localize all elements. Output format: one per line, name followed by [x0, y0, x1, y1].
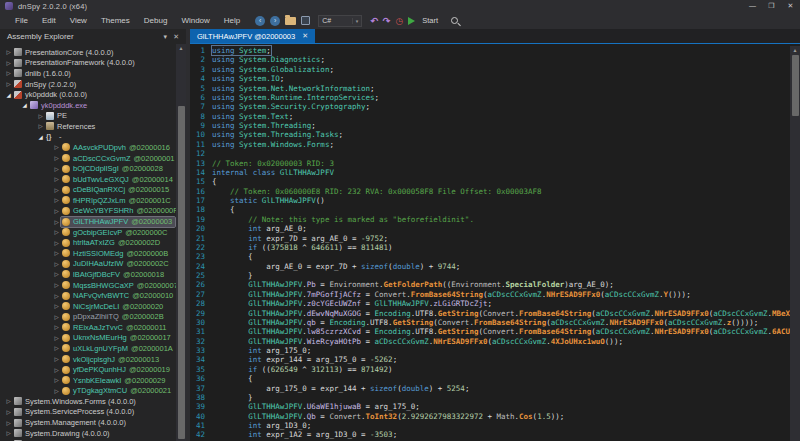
code-line-24[interactable]: 24 arg_AE_0 = expr_7D + sizeof(double) +…: [190, 262, 800, 271]
expand-icon[interactable]: ▷: [4, 430, 13, 436]
expand-icon[interactable]: ▷: [52, 261, 61, 267]
tree-item-bUdTwvLeGXQJ[interactable]: ▷bUdTwvLeGXQJ@02000014: [0, 174, 176, 185]
expand-icon[interactable]: ▷: [52, 240, 61, 246]
menu-edit[interactable]: Edit: [35, 12, 63, 29]
tree-item-yfDePKQunhHJ[interactable]: ▷yfDePKQunhHJ@02000019: [0, 364, 176, 375]
tree-item-AAsvckPUDpvh[interactable]: ▷AAsvckPUDpvh@02000016: [0, 142, 176, 153]
code-line-28[interactable]: 28 GlLTHHAwJPFV.z0cYGEcUWZnf = GlLTHHAwJ…: [190, 299, 800, 308]
expand-icon[interactable]: ▷: [52, 345, 61, 351]
code-line-14[interactable]: 14internal class GlLTHHAwJPFV: [190, 168, 800, 177]
tree-item-aCDscCCxGvmZ[interactable]: ▷aCDscCCxGvmZ@02000001: [0, 153, 176, 164]
tree-item-GeWcYBYFSHRh[interactable]: ▷GeWcYBYFSHRh@0200000F: [0, 206, 176, 217]
sidebar-scrollbar[interactable]: ▲: [176, 44, 186, 441]
code-line-8[interactable]: 8using System.Text;: [190, 112, 800, 121]
tree-item-MqssBHWGCaXP[interactable]: ▷MqssBHWGCaXP@02000007: [0, 280, 176, 291]
tree-item-cDeBIQanRXCj[interactable]: ▷cDeBIQanRXCj@02000015: [0, 185, 176, 196]
expand-icon[interactable]: ▷: [52, 229, 61, 235]
editor-scrollbar[interactable]: ▲: [790, 46, 800, 441]
code-line-35[interactable]: 35 if ((626549 ^ 312113) == 871492): [190, 365, 800, 374]
code-line-1[interactable]: 1using System;: [190, 46, 800, 55]
code-line-9[interactable]: 9using System.Threading;: [190, 121, 800, 130]
menu-help[interactable]: Help: [217, 12, 247, 29]
expand-icon[interactable]: ▷: [52, 219, 61, 225]
language-select[interactable]: C# ▾: [318, 15, 362, 27]
tree-item-lBAtGjfDBcFV[interactable]: ▷lBAtGjfDBcFV@02000018: [0, 269, 176, 280]
tree-item-yk0pdddk (0.0.0.0)[interactable]: ◢yk0pdddk (0.0.0.0): [0, 89, 176, 100]
code-line-2[interactable]: 2using System.Diagnostics;: [190, 55, 800, 64]
tree-item-UknxNsMEurHg[interactable]: ▷UknxNsMEurHg@02000017: [0, 333, 176, 344]
code-line-3[interactable]: 3using System.Globalization;: [190, 65, 800, 74]
tree-item-YsnbKEleawkI[interactable]: ▷YsnbKEleawkI@02000029: [0, 375, 176, 386]
expand-icon[interactable]: ▷: [52, 303, 61, 309]
tab-gllthhawjpfv[interactable]: GlLTHHAwJPFV @02000003 ✕: [190, 29, 315, 43]
expand-icon[interactable]: ▷: [4, 49, 13, 55]
code-line-20[interactable]: 20 int arg_AE_0;: [190, 224, 800, 233]
code-line-40[interactable]: 40 GlLTHHAwJPFV.Qb = Convert.ToInt32(2.9…: [190, 412, 800, 421]
tree-item-NiCsjrMcDeLI[interactable]: ▷NiCsjrMcDeLI@02000020: [0, 301, 176, 312]
redo-icon[interactable]: ↷: [383, 16, 391, 26]
tree-item-yk0pdddk.exe[interactable]: ◢yk0pdddk.exe: [0, 100, 176, 111]
tree-item-htrltaATxIZG[interactable]: ▷htrltaATxIZG@0200002D: [0, 237, 176, 248]
expand-icon[interactable]: ▷: [52, 335, 61, 341]
tree-item-References[interactable]: ▷References: [0, 121, 176, 132]
tree-item-bOjCDdplISgI[interactable]: ▷bOjCDdplISgI@02000028: [0, 163, 176, 174]
code-line-10[interactable]: 10using System.Threading.Tasks;: [190, 130, 800, 139]
expand-icon[interactable]: ▷: [52, 388, 61, 394]
undo-icon[interactable]: ↶: [370, 16, 378, 26]
expand-icon[interactable]: ▷: [4, 70, 13, 76]
sidebar-scroll-thumb[interactable]: [178, 106, 185, 439]
full-screen-icon[interactable]: [301, 16, 310, 25]
code-line-21[interactable]: 21 int expr_7D = arg_AE_0 = -9752;: [190, 234, 800, 243]
code-line-17[interactable]: 17 static GlLTHHAwJPFV(): [190, 196, 800, 205]
tree-item-NAFvQvfvBWTC[interactable]: ▷NAFvQvfvBWTC@02000010: [0, 290, 176, 301]
code-line-7[interactable]: 7using System.Security.Cryptography;: [190, 102, 800, 111]
menu-window[interactable]: Window: [174, 12, 216, 29]
code-line-22[interactable]: 22 if ((375818 ^ 646611) == 811481): [190, 243, 800, 252]
expand-icon[interactable]: ▷: [52, 208, 61, 214]
tree-item-uXLkLgnUYFpM[interactable]: ▷uXLkLgnUYFpM@0200001A: [0, 343, 176, 354]
expand-icon[interactable]: ▷: [52, 176, 61, 182]
code-line-26[interactable]: 26 GlLTHHAwJPFV.Pb = Environment.GetFold…: [190, 280, 800, 289]
open-folder-icon[interactable]: [285, 17, 296, 25]
code-line-27[interactable]: 27 GlLTHHAwJPFV.7mPGofIjACfz = Convert.F…: [190, 290, 800, 299]
expand-icon[interactable]: ▷: [4, 60, 13, 66]
scroll-up-icon[interactable]: ▲: [790, 46, 800, 54]
code-line-4[interactable]: 4using System.IO;: [190, 74, 800, 83]
code-line-16[interactable]: 16 // Token: 0x060000E8 RID: 232 RVA: 0x…: [190, 187, 800, 196]
code-line-13[interactable]: 13// Token: 0x02000003 RID: 3: [190, 159, 800, 168]
tree-item-yTDgkagXtmCU[interactable]: ▷yTDgkagXtmCU@02000021: [0, 386, 176, 397]
code-line-37[interactable]: 37 arg_175_0 = expr_144 + sizeof(double)…: [190, 384, 800, 393]
expand-icon[interactable]: ▷: [4, 409, 13, 415]
scroll-up-icon[interactable]: ▲: [176, 44, 186, 52]
tree-item-gOcbipGEIcvP[interactable]: ▷gOcbipGEIcvP@0200000C: [0, 227, 176, 238]
tree-item-HztiSSIOMEdg[interactable]: ▷HztiSSIOMEdg@0200000B: [0, 248, 176, 259]
expand-icon[interactable]: ▷: [52, 187, 61, 193]
code-line-25[interactable]: 25 }: [190, 271, 800, 280]
tree-item-pDpxaZlhiiTQ[interactable]: ▷pDpxaZlhiiTQ@0200002B: [0, 311, 176, 322]
tab-close-icon[interactable]: ✕: [302, 32, 308, 40]
tree-item-PresentationFramework (4.0.0.0)[interactable]: ▷PresentationFramework (4.0.0.0): [0, 58, 176, 69]
tree-item-vkOljcplsghJ[interactable]: ▷vkOljcplsghJ@02000013: [0, 354, 176, 365]
code-line-15[interactable]: 15{: [190, 177, 800, 186]
expand-icon[interactable]: ▷: [36, 113, 45, 119]
editor-scroll-thumb[interactable]: [792, 55, 799, 116]
tree-item-dnlib (1.6.0.0)[interactable]: ▷dnlib (1.6.0.0): [0, 68, 176, 79]
code-line-36[interactable]: 36 {: [190, 374, 800, 383]
code-line-33[interactable]: 33 int arg_175_0;: [190, 346, 800, 355]
expand-icon[interactable]: ▷: [52, 293, 61, 299]
tree-item--[interactable]: ◢{}-: [0, 132, 176, 143]
expand-icon[interactable]: ▷: [52, 282, 61, 288]
code-line-5[interactable]: 5using System.Net.NetworkInformation;: [190, 84, 800, 93]
tree-item-fHPRIpQZJxLm[interactable]: ▷fHPRIpQZJxLm@0200001C: [0, 195, 176, 206]
expand-icon[interactable]: ▷: [52, 367, 61, 373]
expand-icon[interactable]: ▷: [36, 123, 45, 129]
collapse-icon[interactable]: ◢: [20, 102, 29, 108]
tree-item-System.ServiceProcess (4.0.0.0)[interactable]: ▷System.ServiceProcess (4.0.0.0): [0, 407, 176, 418]
start-debug-icon[interactable]: [408, 17, 415, 25]
history-clock-icon[interactable]: ◷: [395, 16, 403, 26]
start-button[interactable]: Start: [422, 16, 438, 25]
menu-themes[interactable]: Themes: [94, 12, 137, 29]
tree-item-PresentationCore (4.0.0.0)[interactable]: ▷PresentationCore (4.0.0.0): [0, 47, 176, 58]
code-line-23[interactable]: 23 {: [190, 252, 800, 261]
expand-icon[interactable]: ▷: [52, 271, 61, 277]
